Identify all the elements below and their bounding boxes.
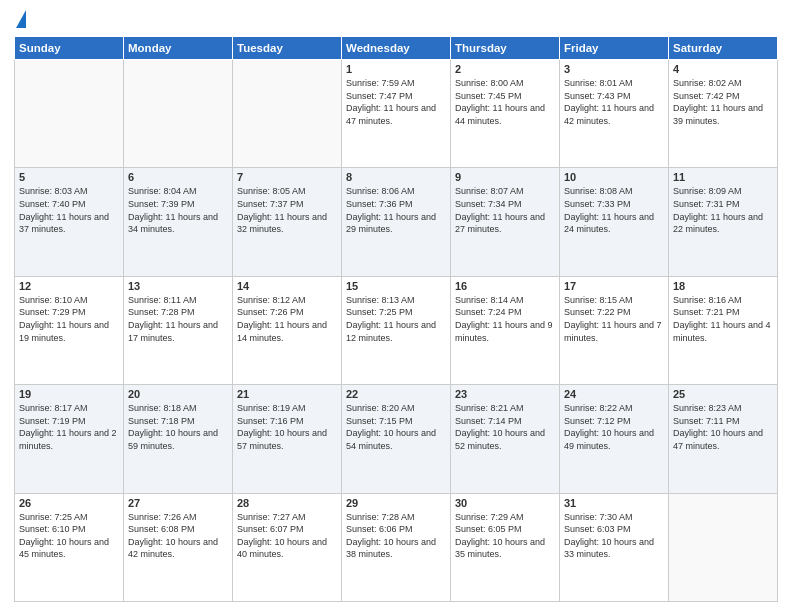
calendar-cell: 6Sunrise: 8:04 AM Sunset: 7:39 PM Daylig… <box>124 168 233 276</box>
day-info: Sunrise: 8:10 AM Sunset: 7:29 PM Dayligh… <box>19 294 119 344</box>
calendar-week-row: 12Sunrise: 8:10 AM Sunset: 7:29 PM Dayli… <box>15 276 778 384</box>
weekday-header-thursday: Thursday <box>451 37 560 60</box>
calendar-cell: 7Sunrise: 8:05 AM Sunset: 7:37 PM Daylig… <box>233 168 342 276</box>
calendar-cell: 15Sunrise: 8:13 AM Sunset: 7:25 PM Dayli… <box>342 276 451 384</box>
day-info: Sunrise: 8:07 AM Sunset: 7:34 PM Dayligh… <box>455 185 555 235</box>
day-info: Sunrise: 8:01 AM Sunset: 7:43 PM Dayligh… <box>564 77 664 127</box>
day-info: Sunrise: 8:08 AM Sunset: 7:33 PM Dayligh… <box>564 185 664 235</box>
day-info: Sunrise: 8:12 AM Sunset: 7:26 PM Dayligh… <box>237 294 337 344</box>
day-number: 17 <box>564 280 664 292</box>
calendar-cell <box>233 60 342 168</box>
day-info: Sunrise: 8:11 AM Sunset: 7:28 PM Dayligh… <box>128 294 228 344</box>
calendar-cell: 28Sunrise: 7:27 AM Sunset: 6:07 PM Dayli… <box>233 493 342 601</box>
calendar-cell: 17Sunrise: 8:15 AM Sunset: 7:22 PM Dayli… <box>560 276 669 384</box>
day-number: 21 <box>237 388 337 400</box>
day-info: Sunrise: 8:13 AM Sunset: 7:25 PM Dayligh… <box>346 294 446 344</box>
day-number: 16 <box>455 280 555 292</box>
day-info: Sunrise: 7:25 AM Sunset: 6:10 PM Dayligh… <box>19 511 119 561</box>
calendar-cell: 9Sunrise: 8:07 AM Sunset: 7:34 PM Daylig… <box>451 168 560 276</box>
calendar-cell: 27Sunrise: 7:26 AM Sunset: 6:08 PM Dayli… <box>124 493 233 601</box>
calendar-cell: 26Sunrise: 7:25 AM Sunset: 6:10 PM Dayli… <box>15 493 124 601</box>
weekday-header-friday: Friday <box>560 37 669 60</box>
calendar-week-row: 26Sunrise: 7:25 AM Sunset: 6:10 PM Dayli… <box>15 493 778 601</box>
day-info: Sunrise: 7:30 AM Sunset: 6:03 PM Dayligh… <box>564 511 664 561</box>
calendar-cell: 25Sunrise: 8:23 AM Sunset: 7:11 PM Dayli… <box>669 385 778 493</box>
calendar-table: SundayMondayTuesdayWednesdayThursdayFrid… <box>14 36 778 602</box>
calendar-week-row: 19Sunrise: 8:17 AM Sunset: 7:19 PM Dayli… <box>15 385 778 493</box>
calendar-cell: 29Sunrise: 7:28 AM Sunset: 6:06 PM Dayli… <box>342 493 451 601</box>
day-number: 2 <box>455 63 555 75</box>
weekday-header-wednesday: Wednesday <box>342 37 451 60</box>
day-number: 18 <box>673 280 773 292</box>
day-number: 31 <box>564 497 664 509</box>
calendar-cell: 18Sunrise: 8:16 AM Sunset: 7:21 PM Dayli… <box>669 276 778 384</box>
day-info: Sunrise: 8:19 AM Sunset: 7:16 PM Dayligh… <box>237 402 337 452</box>
calendar-cell: 4Sunrise: 8:02 AM Sunset: 7:42 PM Daylig… <box>669 60 778 168</box>
page: SundayMondayTuesdayWednesdayThursdayFrid… <box>0 0 792 612</box>
calendar-cell: 22Sunrise: 8:20 AM Sunset: 7:15 PM Dayli… <box>342 385 451 493</box>
day-info: Sunrise: 8:02 AM Sunset: 7:42 PM Dayligh… <box>673 77 773 127</box>
day-info: Sunrise: 8:18 AM Sunset: 7:18 PM Dayligh… <box>128 402 228 452</box>
calendar-week-row: 1Sunrise: 7:59 AM Sunset: 7:47 PM Daylig… <box>15 60 778 168</box>
day-info: Sunrise: 8:22 AM Sunset: 7:12 PM Dayligh… <box>564 402 664 452</box>
calendar-cell: 30Sunrise: 7:29 AM Sunset: 6:05 PM Dayli… <box>451 493 560 601</box>
calendar-week-row: 5Sunrise: 8:03 AM Sunset: 7:40 PM Daylig… <box>15 168 778 276</box>
calendar-cell: 5Sunrise: 8:03 AM Sunset: 7:40 PM Daylig… <box>15 168 124 276</box>
day-number: 14 <box>237 280 337 292</box>
calendar-cell: 3Sunrise: 8:01 AM Sunset: 7:43 PM Daylig… <box>560 60 669 168</box>
calendar-cell: 11Sunrise: 8:09 AM Sunset: 7:31 PM Dayli… <box>669 168 778 276</box>
calendar-cell: 10Sunrise: 8:08 AM Sunset: 7:33 PM Dayli… <box>560 168 669 276</box>
day-number: 25 <box>673 388 773 400</box>
day-number: 5 <box>19 171 119 183</box>
header <box>14 10 778 28</box>
weekday-header-row: SundayMondayTuesdayWednesdayThursdayFrid… <box>15 37 778 60</box>
logo-triangle-icon <box>16 10 26 28</box>
calendar-cell: 24Sunrise: 8:22 AM Sunset: 7:12 PM Dayli… <box>560 385 669 493</box>
calendar-cell: 31Sunrise: 7:30 AM Sunset: 6:03 PM Dayli… <box>560 493 669 601</box>
day-info: Sunrise: 8:16 AM Sunset: 7:21 PM Dayligh… <box>673 294 773 344</box>
calendar-cell: 2Sunrise: 8:00 AM Sunset: 7:45 PM Daylig… <box>451 60 560 168</box>
weekday-header-monday: Monday <box>124 37 233 60</box>
weekday-header-saturday: Saturday <box>669 37 778 60</box>
day-number: 22 <box>346 388 446 400</box>
day-number: 15 <box>346 280 446 292</box>
day-info: Sunrise: 7:28 AM Sunset: 6:06 PM Dayligh… <box>346 511 446 561</box>
day-info: Sunrise: 7:26 AM Sunset: 6:08 PM Dayligh… <box>128 511 228 561</box>
logo <box>14 10 26 28</box>
day-number: 12 <box>19 280 119 292</box>
day-info: Sunrise: 8:14 AM Sunset: 7:24 PM Dayligh… <box>455 294 555 344</box>
day-number: 24 <box>564 388 664 400</box>
day-number: 6 <box>128 171 228 183</box>
day-info: Sunrise: 8:05 AM Sunset: 7:37 PM Dayligh… <box>237 185 337 235</box>
day-info: Sunrise: 8:21 AM Sunset: 7:14 PM Dayligh… <box>455 402 555 452</box>
day-number: 27 <box>128 497 228 509</box>
day-number: 8 <box>346 171 446 183</box>
day-number: 20 <box>128 388 228 400</box>
day-info: Sunrise: 8:06 AM Sunset: 7:36 PM Dayligh… <box>346 185 446 235</box>
day-number: 9 <box>455 171 555 183</box>
day-number: 26 <box>19 497 119 509</box>
day-number: 3 <box>564 63 664 75</box>
day-info: Sunrise: 8:23 AM Sunset: 7:11 PM Dayligh… <box>673 402 773 452</box>
day-info: Sunrise: 8:15 AM Sunset: 7:22 PM Dayligh… <box>564 294 664 344</box>
calendar-cell: 13Sunrise: 8:11 AM Sunset: 7:28 PM Dayli… <box>124 276 233 384</box>
calendar-cell <box>124 60 233 168</box>
calendar-cell: 14Sunrise: 8:12 AM Sunset: 7:26 PM Dayli… <box>233 276 342 384</box>
day-number: 28 <box>237 497 337 509</box>
day-number: 13 <box>128 280 228 292</box>
day-info: Sunrise: 7:29 AM Sunset: 6:05 PM Dayligh… <box>455 511 555 561</box>
calendar-cell: 19Sunrise: 8:17 AM Sunset: 7:19 PM Dayli… <box>15 385 124 493</box>
day-info: Sunrise: 8:09 AM Sunset: 7:31 PM Dayligh… <box>673 185 773 235</box>
weekday-header-tuesday: Tuesday <box>233 37 342 60</box>
day-number: 10 <box>564 171 664 183</box>
day-info: Sunrise: 8:17 AM Sunset: 7:19 PM Dayligh… <box>19 402 119 452</box>
day-info: Sunrise: 8:20 AM Sunset: 7:15 PM Dayligh… <box>346 402 446 452</box>
day-info: Sunrise: 7:27 AM Sunset: 6:07 PM Dayligh… <box>237 511 337 561</box>
calendar-cell: 12Sunrise: 8:10 AM Sunset: 7:29 PM Dayli… <box>15 276 124 384</box>
calendar-cell: 21Sunrise: 8:19 AM Sunset: 7:16 PM Dayli… <box>233 385 342 493</box>
weekday-header-sunday: Sunday <box>15 37 124 60</box>
day-number: 7 <box>237 171 337 183</box>
day-info: Sunrise: 8:03 AM Sunset: 7:40 PM Dayligh… <box>19 185 119 235</box>
day-number: 4 <box>673 63 773 75</box>
calendar-cell <box>15 60 124 168</box>
